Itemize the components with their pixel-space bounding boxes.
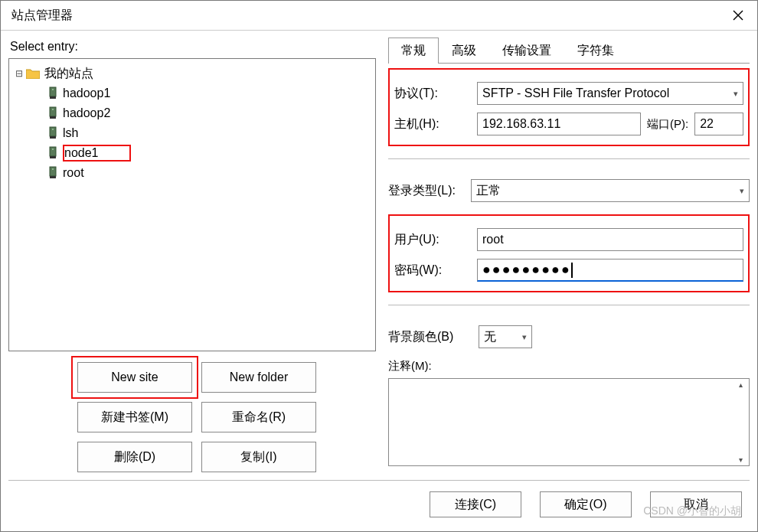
left-button-grid: New site New folder 新建书签(M) 重命名(R) 删除(D)…	[77, 362, 376, 472]
window-title: 站点管理器	[11, 8, 73, 24]
tab-常规[interactable]: 常规	[388, 38, 439, 64]
svg-rect-14	[50, 167, 56, 176]
select-entry-label: Select entry:	[10, 40, 376, 54]
rename-button[interactable]: 重命名(R)	[201, 402, 316, 432]
tab-字符集[interactable]: 字符集	[564, 38, 627, 64]
server-icon	[47, 126, 58, 140]
delete-button[interactable]: 删除(D)	[77, 442, 192, 472]
svg-rect-6	[50, 116, 56, 119]
tab-高级[interactable]: 高级	[439, 38, 489, 64]
server-icon	[47, 166, 58, 180]
svg-point-4	[52, 89, 54, 90]
chevron-down-icon: ▾	[522, 332, 527, 342]
site-tree[interactable]: ⊟ 我的站点 hadoop1hadoop2lshnode1root	[8, 58, 376, 351]
host-input[interactable]	[477, 113, 641, 135]
svg-rect-2	[50, 87, 56, 96]
connect-button[interactable]: 连接(C)	[430, 491, 521, 517]
user-label: 用户(U):	[394, 232, 471, 248]
copy-button[interactable]: 复制(I)	[201, 442, 316, 472]
svg-point-10	[52, 129, 54, 130]
svg-point-16	[52, 168, 54, 170]
svg-rect-5	[50, 107, 56, 116]
new-site-button[interactable]: New site	[77, 362, 192, 393]
user-input[interactable]	[477, 228, 743, 251]
close-icon[interactable]	[728, 5, 748, 25]
tree-site-item[interactable]: lsh	[12, 123, 372, 143]
new-folder-button[interactable]: New folder	[201, 362, 316, 393]
svg-rect-15	[50, 176, 56, 178]
new-bookmark-button[interactable]: 新建书签(M)	[77, 402, 192, 432]
comment-textarea[interactable]: ▴ ▾	[388, 378, 750, 466]
tabs: 常规高级传输设置字符集	[388, 37, 750, 64]
svg-rect-8	[50, 127, 56, 136]
folder-icon	[26, 68, 40, 79]
site-manager-window: 站点管理器 Select entry: ⊟ 我的站点 hadoop1hadoop…	[0, 0, 758, 532]
tree-site-item[interactable]: hadoop1	[12, 83, 372, 103]
tab-传输设置[interactable]: 传输设置	[489, 38, 564, 64]
svg-rect-11	[50, 147, 56, 156]
scroll-up-icon[interactable]: ▴	[733, 380, 747, 389]
comment-label: 注释(M):	[388, 359, 750, 374]
scroll-down-icon[interactable]: ▾	[733, 455, 747, 464]
server-icon	[47, 106, 58, 120]
tree-site-item[interactable]: root	[12, 163, 372, 183]
password-input[interactable]: ●●●●●●●●●	[477, 259, 743, 282]
server-icon	[47, 86, 58, 100]
chevron-down-icon: ▾	[740, 186, 744, 196]
footer-buttons: 连接(C) 确定(O) 取消	[1, 481, 757, 531]
tree-site-item[interactable]: node1	[12, 143, 372, 163]
svg-rect-9	[50, 136, 56, 139]
credentials-group-highlight: 用户(U): 密码(W): ●●●●●●●●●	[388, 214, 750, 292]
port-input[interactable]	[694, 113, 743, 135]
logon-type-select[interactable]: 正常 ▾	[471, 179, 750, 202]
svg-point-7	[52, 109, 54, 110]
svg-point-13	[52, 149, 54, 150]
bgcolor-label: 背景颜色(B)	[388, 329, 472, 345]
connection-group-highlight: 协议(T): SFTP - SSH File Transfer Protocol…	[388, 68, 750, 146]
cancel-button[interactable]: 取消	[650, 491, 742, 517]
password-label: 密码(W):	[394, 263, 471, 279]
host-label: 主机(H):	[394, 116, 471, 132]
port-label: 端口(P):	[647, 117, 688, 132]
server-icon	[47, 146, 58, 160]
chevron-down-icon: ▾	[733, 89, 738, 99]
bgcolor-select[interactable]: 无 ▾	[479, 325, 532, 348]
svg-rect-12	[50, 156, 56, 158]
logon-type-label: 登录类型(L):	[388, 183, 465, 199]
svg-rect-3	[50, 96, 56, 99]
ok-button[interactable]: 确定(O)	[540, 491, 632, 517]
collapse-icon[interactable]: ⊟	[12, 68, 26, 79]
tree-site-item[interactable]: hadoop2	[12, 103, 372, 123]
protocol-label: 协议(T):	[394, 86, 471, 102]
tree-root-label: 我的站点	[44, 66, 93, 82]
tree-root[interactable]: ⊟ 我的站点	[12, 64, 372, 83]
titlebar: 站点管理器	[1, 1, 757, 31]
protocol-select[interactable]: SFTP - SSH File Transfer Protocol ▾	[477, 82, 743, 105]
